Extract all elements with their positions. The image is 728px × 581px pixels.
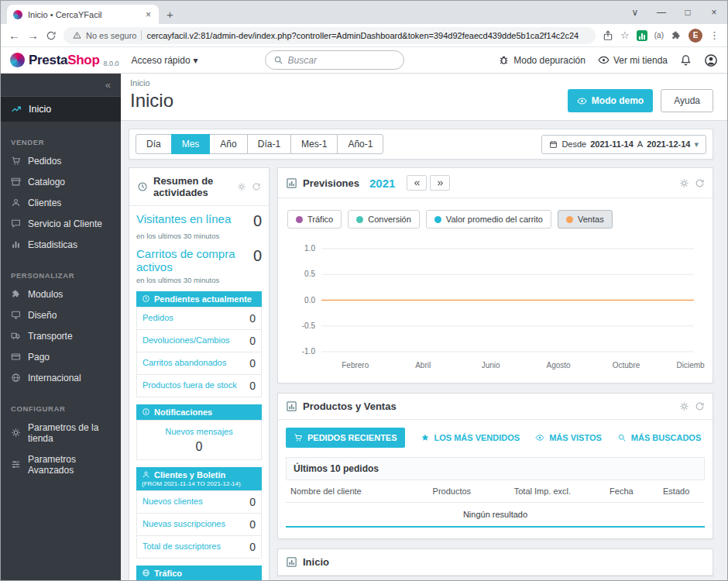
date-to: 2021-12-14 <box>647 139 690 149</box>
search-input[interactable] <box>288 55 396 66</box>
tab-mas-vistos[interactable]: MÁS VISTOS <box>535 433 602 442</box>
pending-row-devoluciones[interactable]: Devoluciones/Cambios 0 <box>136 329 262 352</box>
tab-search-icon[interactable]: ∨ <box>622 7 648 18</box>
new-tab-button[interactable]: + <box>159 8 181 24</box>
pending-row-pedidos[interactable]: Pedidos 0 <box>136 307 262 330</box>
activity-overview-card: Resumen de actividades Visitantes en lín… <box>129 167 270 581</box>
demo-mode-button[interactable]: Modo demo <box>568 89 653 112</box>
help-button[interactable]: Ayuda <box>661 89 713 112</box>
reload-button[interactable] <box>46 30 57 41</box>
range-mes-button[interactable]: Mes <box>171 134 211 154</box>
sidebar-item-estadisticas[interactable]: Estadisticas <box>1 234 121 255</box>
sidebar-item-parametros-avanzados[interactable]: Parametros Avanzados <box>1 449 121 480</box>
forecast-next-button[interactable] <box>430 175 450 191</box>
customers-row-total-suscriptores[interactable]: Total de suscriptores 0 <box>136 535 262 559</box>
browser-tabstrip: Inicio • CercaYFacil × + ∨ — □ × <box>1 1 727 24</box>
sidebar-item-inicio[interactable]: Inicio <box>1 97 121 122</box>
active-carts-link[interactable]: Carritos de compra activos 0 <box>136 247 262 274</box>
section-title: PERSONALIZAR <box>1 265 121 284</box>
minimize-button[interactable]: — <box>648 7 675 18</box>
forecast-chart: 1.00.50.0-0.5-1.0FebreroAbrilJunioAgosto… <box>286 239 705 375</box>
sidebar-item-parametros-tienda[interactable]: Parametros de la tienda <box>1 417 121 449</box>
refresh-icon[interactable] <box>252 182 261 191</box>
sidebar-item-clientes[interactable]: Clientes <box>1 192 121 213</box>
url-text[interactable]: cercayfacil.v2:81/admin-dev/index.php?co… <box>146 31 579 40</box>
forecast-prev-button[interactable] <box>407 175 427 191</box>
tab-close-icon[interactable]: × <box>144 9 153 20</box>
back-button[interactable]: ← <box>9 29 20 41</box>
url-box[interactable]: No es seguro cercayfacil.v2:81/admin-dev… <box>64 27 596 44</box>
refresh-icon[interactable] <box>695 178 705 188</box>
extension-a-badge[interactable]: (a) <box>654 31 664 40</box>
account-icon[interactable] <box>704 53 718 67</box>
online-visitors-link[interactable]: Visitantes en línea 0 <box>136 212 262 230</box>
sidebar-item-catalogo[interactable]: Catalogo <box>1 171 121 192</box>
customers-row-nuevas-suscripciones[interactable]: Nuevas suscripciones 0 <box>136 513 262 536</box>
gear-icon[interactable] <box>679 178 689 188</box>
debug-mode-button[interactable]: Modo depuración <box>498 54 585 66</box>
range-ano-button[interactable]: Año <box>209 134 247 154</box>
date-range-picker[interactable]: Desde 2021-11-14 A 2021-12-14 ▾ <box>541 135 706 154</box>
traffic-panel-header: Tráfico (FROM 2021-11-14 TO 2021-12-14) <box>136 566 262 581</box>
refresh-icon[interactable] <box>695 401 705 411</box>
sidebar-item-diseno[interactable]: Diseño <box>1 304 121 325</box>
forward-button[interactable]: → <box>27 29 39 41</box>
sidebar-item-modulos[interactable]: Modulos <box>1 284 121 304</box>
breadcrumb: Inicio <box>130 78 713 88</box>
logo-shop: Shop <box>67 53 99 67</box>
browser-menu-icon[interactable]: ⋮ <box>709 29 719 41</box>
prestashop-logo[interactable]: PrestaShop 8.0.0 <box>10 53 119 68</box>
quick-access-dropdown[interactable]: Acceso rápido ▾ <box>132 55 198 66</box>
extensions-puzzle-icon[interactable] <box>671 30 682 41</box>
gear-icon[interactable] <box>679 401 689 411</box>
products-card-title: Productos y Ventas <box>303 401 397 412</box>
tab-los-mas-vendidos[interactable]: LOS MÁS VENDIDOS <box>421 433 520 442</box>
notifications-row-nuevos-mensajes[interactable]: Nuevos mensajes 0 <box>136 420 262 460</box>
browser-profile-avatar[interactable]: E <box>689 29 702 43</box>
sidebar-item-transporte[interactable]: Transporte <box>1 325 121 346</box>
sidebar-collapse-button[interactable]: « <box>1 74 121 97</box>
header-search[interactable] <box>265 50 404 70</box>
search-icon <box>617 433 627 442</box>
svg-text:0.5: 0.5 <box>304 270 315 278</box>
customers-panel-range: (FROM 2021-11-14 TO 2021-12-14) <box>142 480 256 487</box>
sidebar-item-pago[interactable]: Pago <box>1 346 121 367</box>
legend-conversion[interactable]: Conversión <box>348 210 420 229</box>
view-shop-button[interactable]: Ver mi tienda <box>598 54 668 66</box>
legend-dot-valor-promedio <box>434 216 441 223</box>
prestashop-logo-icon <box>10 53 25 67</box>
svg-text:Diciembre: Diciembre <box>676 361 705 370</box>
window-close-button[interactable]: × <box>701 7 727 18</box>
forecast-card: Previsiones 2021 <box>277 167 713 383</box>
customers-row-nuevos-clientes[interactable]: Nuevos clientes 0 <box>136 490 262 514</box>
sidebar-item-pedidos[interactable]: Pedidos <box>1 150 121 171</box>
range-dia-1-button[interactable]: Día-1 <box>247 134 291 154</box>
legend-trafico[interactable]: Tráfico <box>287 210 342 229</box>
sidebar-section-vender: VENDER Pedidos Catalogo Clientes Servici… <box>1 132 121 255</box>
range-dia-button[interactable]: Día <box>136 134 172 154</box>
notifications-bell-icon[interactable] <box>680 54 692 66</box>
legend-ventas[interactable]: Ventas <box>558 210 613 229</box>
prestashop-favicon <box>13 10 22 19</box>
range-mes-1-button[interactable]: Mes-1 <box>290 134 338 154</box>
share-icon[interactable] <box>603 30 613 41</box>
legend-valor-promedio[interactable]: Valor promedio del carrito <box>426 210 551 229</box>
tab-mas-buscados[interactable]: MÁS BUSCADOS <box>617 433 701 442</box>
online-visitors-sub: en los ultimos 30 minutos <box>136 232 262 240</box>
sidebar-item-servicio-al-cliente[interactable]: Servicio al Cliente <box>1 213 121 234</box>
forecast-year: 2021 <box>369 177 395 190</box>
tab-pedidos-recientes[interactable]: PEDIDOS RECIENTES <box>286 428 405 448</box>
svg-text:-1.0: -1.0 <box>302 347 316 356</box>
sidebar: « Inicio VENDER Pedidos Catalogo Cliente… <box>1 74 121 581</box>
sidebar-item-internacional[interactable]: Internacional <box>1 367 121 388</box>
security-label[interactable]: No es seguro <box>86 31 136 40</box>
pending-row-carritos-abandonados[interactable]: Carritos abandonados 0 <box>136 352 262 375</box>
inicio-bottom-card: Inicio <box>277 548 713 576</box>
bookmark-star-icon[interactable]: ☆ <box>620 29 630 41</box>
range-ano-1-button[interactable]: Año-1 <box>337 134 383 154</box>
browser-tab[interactable]: Inicio • CercaYFacil × <box>7 5 159 24</box>
gear-icon[interactable] <box>237 182 246 191</box>
maximize-button[interactable]: □ <box>675 7 701 18</box>
extension-green-icon[interactable] <box>637 30 647 41</box>
pending-row-fuera-de-stock[interactable]: Productos fuera de stock 0 <box>136 374 262 397</box>
